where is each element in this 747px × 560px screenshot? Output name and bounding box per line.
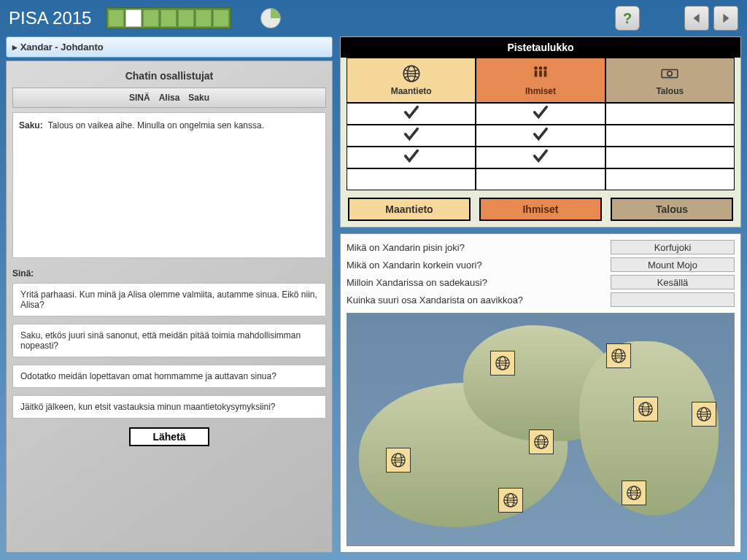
topbar: PISA 2015 ? [0, 0, 747, 36]
qa-row: Mikä on Xandarin korkein vuori?Mount Moj… [347, 256, 735, 273]
reply-option[interactable]: Saku, etkös juuri sinä sanonut, että mei… [12, 324, 326, 357]
qa-answer[interactable]: Kesällä [611, 275, 735, 289]
score-cell [605, 147, 735, 168]
participant: SINÄ [129, 93, 150, 103]
progress-seg [213, 9, 229, 27]
check-icon [533, 126, 549, 146]
reply-option[interactable]: Yritä parhaasi. Kun minä ja Alisa olemme… [12, 283, 326, 316]
score-cell [605, 103, 735, 125]
score-col-talous: Talous [605, 58, 735, 103]
category-button-ihmiset[interactable]: Ihmiset [479, 198, 602, 221]
map-marker[interactable] [490, 351, 515, 376]
score-cell [476, 147, 605, 168]
qa-question: Milloin Xandarissa on sadekausi? [347, 277, 605, 288]
score-cell [347, 103, 476, 125]
map-marker[interactable] [498, 488, 523, 513]
globe-icon [626, 485, 642, 501]
check-icon [533, 148, 549, 168]
score-cell [347, 125, 476, 147]
qa-row: Mikä on Xandarin pisin joki?Korfujoki [347, 238, 735, 256]
score-cell [605, 168, 735, 190]
check-icon [533, 104, 549, 124]
score-cell [605, 125, 735, 147]
qa-answer[interactable]: Mount Mojo [611, 257, 735, 272]
score-col-maantieto: Maantieto [347, 58, 476, 103]
globe-icon [390, 452, 406, 468]
participant: Saku [188, 93, 209, 103]
qa-row: Kuinka suuri osa Xandarista on aavikkoa? [347, 291, 735, 308]
reply-option[interactable]: Odotatko meidän lopettavan omat hommamme… [12, 365, 326, 388]
people-icon [530, 64, 551, 83]
chat-frame: Chatin osallistujat SINÄAlisaSaku Saku: … [6, 61, 333, 553]
participant: Alisa [159, 93, 180, 103]
send-button[interactable]: Lähetä [129, 427, 209, 446]
map-marker[interactable] [622, 481, 646, 505]
left-panel: Xandar - Johdanto Chatin osallistujat SI… [6, 36, 333, 553]
money-icon [659, 64, 681, 83]
chat-log[interactable]: Saku: Talous on vaikea aihe. Minulla on … [12, 112, 326, 258]
scoreboard-title: Pistetaulukko [341, 37, 740, 58]
globe-icon [400, 64, 422, 83]
map-marker[interactable] [633, 397, 658, 421]
qa-answer[interactable]: Korfujoki [611, 240, 735, 254]
app-title: PISA 2015 [9, 8, 91, 28]
timer-icon [260, 8, 281, 28]
progress-seg [178, 9, 194, 27]
chat-header: Chatin osallistujat [12, 67, 326, 83]
check-icon [403, 148, 419, 168]
map-marker[interactable] [606, 343, 631, 368]
category-button-maantieto[interactable]: Maantieto [348, 198, 471, 221]
score-col-ihmiset: Ihmiset [476, 58, 605, 103]
reply-option[interactable]: Jäitkö jälkeen, kun etsit vastauksia min… [12, 395, 326, 419]
check-icon [403, 104, 419, 124]
progress-seg [160, 9, 177, 27]
progress-seg [108, 9, 124, 27]
score-cell [476, 103, 605, 125]
score-cell [347, 147, 476, 168]
scenario-title: Xandar - Johdanto [6, 36, 333, 58]
scoreboard: Pistetaulukko MaantietoIhmisetTalous Maa… [340, 36, 741, 228]
check-icon [403, 126, 419, 146]
score-cell [347, 168, 476, 190]
progress-seg [196, 9, 212, 27]
map-marker[interactable] [692, 402, 716, 427]
main: Xandar - Johdanto Chatin osallistujat SI… [6, 36, 741, 553]
globe-icon [638, 401, 654, 417]
globe-icon [503, 492, 519, 508]
score-cell [476, 168, 605, 190]
qa-answer[interactable] [611, 292, 735, 307]
globe-icon [611, 348, 627, 364]
prev-button[interactable] [684, 6, 709, 31]
score-cell [476, 125, 605, 147]
qa-question: Mikä on Xandarin pisin joki? [347, 242, 605, 253]
qa-row: Milloin Xandarissa on sadekausi?Kesällä [347, 273, 735, 291]
progress-seg [125, 9, 142, 27]
progress-seg [143, 9, 159, 27]
reply-list: Yritä parhaasi. Kun minä ja Alisa olemme… [12, 283, 326, 419]
globe-icon [533, 434, 549, 450]
progress-indicator [106, 7, 231, 29]
map-marker[interactable] [386, 448, 411, 472]
right-column: Pistetaulukko MaantietoIhmisetTalous Maa… [340, 36, 741, 553]
map[interactable] [347, 313, 735, 546]
help-button[interactable]: ? [615, 6, 640, 31]
qa-panel: Mikä on Xandarin pisin joki?KorfujokiMik… [340, 233, 741, 553]
globe-icon [495, 355, 511, 371]
category-button-talous[interactable]: Talous [611, 198, 733, 221]
participants-row: SINÄAlisaSaku [12, 88, 326, 108]
qa-question: Kuinka suuri osa Xandarista on aavikkoa? [347, 295, 605, 306]
next-button[interactable] [713, 6, 738, 31]
you-label: Sinä: [12, 268, 326, 279]
chat-message: Saku: Talous on vaikea aihe. Minulla on … [19, 120, 320, 131]
qa-question: Mikä on Xandarin korkein vuori? [347, 260, 605, 271]
globe-icon [696, 406, 712, 422]
map-marker[interactable] [529, 429, 554, 454]
